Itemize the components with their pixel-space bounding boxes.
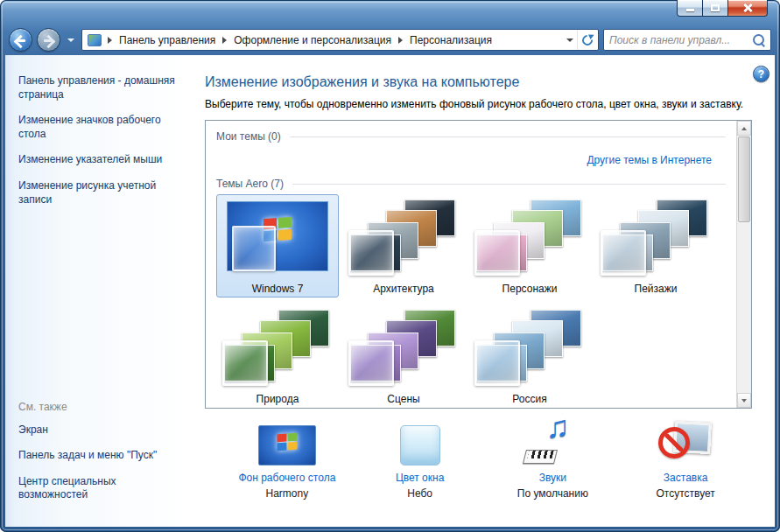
theme-tile-windows-7[interactable]: Windows 7 <box>216 194 339 298</box>
back-arrow-icon <box>15 35 26 46</box>
recent-pages-dropdown[interactable] <box>65 28 77 52</box>
scrollbar[interactable] <box>736 121 751 408</box>
sidebar-item-mouse-pointers[interactable]: Изменение указателей мыши <box>18 153 180 167</box>
theme-thumbnail <box>221 309 334 390</box>
titlebar[interactable] <box>0 0 780 26</box>
theme-name: Windows 7 <box>221 283 334 295</box>
themes-list: Мои темы (0) Другие темы в Интернете Тем… <box>206 121 736 408</box>
page-subtitle: Выберите тему, чтобы одновременно измени… <box>205 98 752 110</box>
window-controls <box>677 0 768 17</box>
breadcrumb-separator-icon <box>398 37 403 44</box>
chevron-down-icon <box>67 38 74 42</box>
theme-tile-природа[interactable]: Природа <box>216 304 339 408</box>
close-icon <box>742 3 753 13</box>
theme-tile-россия[interactable]: Россия <box>468 304 591 408</box>
breadcrumb-separator-icon <box>222 37 227 44</box>
setting-value: Harmony <box>266 487 309 500</box>
theme-thumbnail <box>473 309 587 390</box>
refresh-button[interactable] <box>577 30 596 50</box>
glass-square-icon <box>348 230 394 276</box>
theme-grid: Windows 7АрхитектураПерсонажиПейзажиПрир… <box>216 194 731 408</box>
window-color-setting[interactable]: Цвет окна Небо <box>354 416 487 500</box>
windows-logo-icon <box>277 432 297 451</box>
forward-arrow-icon <box>43 35 54 46</box>
scrollbar-track[interactable] <box>737 223 751 393</box>
theme-thumbnail <box>347 199 460 280</box>
refresh-icon <box>582 35 593 46</box>
setting-label[interactable]: Заставка <box>664 472 708 484</box>
desktop-background-setting[interactable]: Фон рабочего стола Harmony <box>221 416 354 500</box>
minimize-icon <box>686 9 694 11</box>
personalization-window: Панель управления Оформление и персонали… <box>0 0 780 532</box>
themes-panel: Мои темы (0) Другие темы в Интернете Тем… <box>205 120 752 409</box>
theme-tile-сцены[interactable]: Сцены <box>342 304 465 408</box>
section-divider <box>290 136 726 137</box>
glass-square-icon <box>474 340 520 386</box>
address-bar[interactable]: Панель управления Оформление и персонали… <box>81 29 599 51</box>
triangle-down-icon <box>741 399 747 402</box>
scroll-up-button[interactable] <box>737 121 751 136</box>
scrollbar-thumb[interactable] <box>738 136 750 222</box>
setting-label[interactable]: Цвет окна <box>396 472 444 484</box>
theme-tile-пейзажи[interactable]: Пейзажи <box>594 194 717 298</box>
navigation-bar: Панель управления Оформление и персонали… <box>0 26 780 55</box>
section-label: Темы Aero (7) <box>216 178 284 190</box>
close-button[interactable] <box>727 0 768 17</box>
chevron-down-icon <box>566 38 573 42</box>
theme-name: Россия <box>473 393 587 405</box>
sounds-icon: ♫ <box>521 418 584 466</box>
theme-thumbnail <box>347 309 460 390</box>
search-box[interactable] <box>603 29 771 51</box>
piano-icon <box>523 450 558 464</box>
breadcrumb-item-control-panel[interactable]: Панель управления <box>115 32 220 49</box>
setting-label[interactable]: Звуки <box>539 472 566 484</box>
maximize-button[interactable] <box>703 0 727 17</box>
theme-name: Архитектура <box>347 283 460 295</box>
control-panel-icon <box>88 34 102 46</box>
breadcrumb-item-appearance[interactable]: Оформление и персонализация <box>229 32 396 49</box>
breadcrumb-separator-icon <box>108 37 112 44</box>
section-divider <box>292 184 726 185</box>
forward-button[interactable] <box>37 28 60 52</box>
search-input[interactable] <box>604 34 752 46</box>
sidebar-item-home[interactable]: Панель управления - домашняя страница <box>18 74 180 102</box>
breadcrumb-item-personalization[interactable]: Персонализация <box>405 32 496 49</box>
glass-square-icon <box>601 230 646 276</box>
prohibition-icon <box>658 427 690 458</box>
theme-name: Природа <box>221 393 334 405</box>
help-icon: ? <box>758 68 764 80</box>
theme-thumbnail <box>221 199 334 280</box>
setting-value: По умолчанию <box>517 487 588 500</box>
online-themes-link[interactable]: Другие темы в Интернете <box>587 154 712 166</box>
screensaver-setting[interactable]: Заставка Отсутствует <box>619 416 752 500</box>
setting-label[interactable]: Фон рабочего стола <box>238 472 335 484</box>
window-body: Панель управления - домашняя страница Из… <box>5 55 775 527</box>
help-button[interactable]: ? <box>753 66 769 82</box>
back-button[interactable] <box>9 28 32 52</box>
sidebar-item-account-picture[interactable]: Изменение рисунка учетной записи <box>18 179 180 206</box>
setting-value: Отсутствует <box>656 487 714 500</box>
scroll-down-button[interactable] <box>737 393 751 408</box>
sounds-setting[interactable]: ♫ Звуки По умолчанию <box>487 416 620 500</box>
sidebar-see-also: См. также Экран Панель задач и меню "Пус… <box>18 401 180 514</box>
sidebar-item-display[interactable]: Экран <box>18 424 180 438</box>
glass-square-icon <box>232 226 276 271</box>
theme-name: Пейзажи <box>599 283 713 295</box>
maximize-icon <box>711 4 720 11</box>
sidebar-item-ease-of-access[interactable]: Центр специальных возможностей <box>18 475 180 502</box>
page-title: Изменение изображения и звука на компьют… <box>205 74 752 90</box>
sidebar-item-taskbar-start-menu[interactable]: Панель задач и меню "Пуск" <box>18 449 180 463</box>
screensaver-icon <box>658 418 713 466</box>
glass-square-icon <box>222 340 268 386</box>
minimize-button[interactable] <box>677 0 703 17</box>
address-dropdown-button[interactable] <box>562 30 577 50</box>
see-also-header: См. также <box>18 401 180 413</box>
sidebar-item-desktop-icons[interactable]: Изменение значков рабочего стола <box>18 114 180 141</box>
section-aero-themes: Темы Aero (7) <box>216 178 731 190</box>
setting-value: Небо <box>407 487 432 500</box>
theme-name: Персонажи <box>473 283 587 295</box>
theme-tile-персонажи[interactable]: Персонажи <box>468 194 591 298</box>
theme-tile-архитектура[interactable]: Архитектура <box>342 194 465 298</box>
search-icon[interactable] <box>752 33 765 46</box>
glass-square-icon <box>348 340 394 386</box>
